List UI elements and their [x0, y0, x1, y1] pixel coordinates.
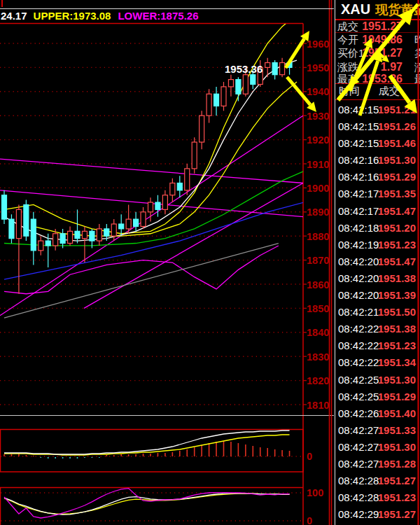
- trade-time: 08:42:28: [338, 489, 379, 506]
- trade-price: 1951.20: [378, 220, 416, 237]
- candle-body: [177, 183, 182, 190]
- axis-label: 1810: [307, 400, 329, 411]
- candle-body: [24, 204, 29, 236]
- quote-label: 今开: [337, 34, 358, 46]
- candle-body: [243, 75, 248, 94]
- trade-price: 1951.27: [378, 472, 416, 489]
- trade-price: 1951.38: [378, 270, 416, 287]
- candle-body: [46, 241, 50, 246]
- axis-label: 1930: [307, 111, 329, 122]
- trade-time: 08:42:16: [338, 169, 379, 186]
- kdj-k-line: [4, 489, 290, 518]
- trade-time: 08:42:18: [338, 220, 379, 237]
- boll-mid-value: 24.17: [1, 10, 27, 22]
- trade-price: 1951.35: [378, 186, 416, 202]
- trade-price: 1951.30: [378, 439, 416, 456]
- candle-body: [119, 224, 124, 229]
- clipped-label: 卖: [414, 47, 420, 59]
- boll-indicator-readout: 24.17UPPER:1973.08LOWER:1875.26: [1, 10, 199, 22]
- trade-time: 08:42:15: [338, 102, 379, 118]
- chart-canvas[interactable]: 1960195019401930192019101900189018801870…: [0, 0, 335, 525]
- axis-label: 1870: [307, 255, 329, 266]
- candle-body: [280, 63, 285, 75]
- trade-time: 08:42:25: [338, 372, 379, 388]
- trade-row: 08:42:221951.23: [335, 337, 420, 354]
- trade-row: 08:42:151951.21: [335, 102, 420, 118]
- trade-row: 08:42:291951.27: [335, 506, 420, 523]
- candle-body: [75, 231, 80, 238]
- kdj-j-line: [4, 493, 290, 514]
- trade-row: 08:42:271951.28: [335, 456, 420, 472]
- trade-time: 08:42:27: [338, 422, 379, 439]
- top-left-tick: [1, 0, 3, 7]
- quote-label: 成交: [337, 20, 358, 33]
- trades-list[interactable]: 08:42:151951.2108:42:151951.2608:42:1519…: [335, 102, 420, 523]
- quote-value: 1951.27: [362, 20, 402, 33]
- boll-lower-value: LOWER:1875.26: [118, 10, 198, 22]
- trade-price: 1951.47: [378, 253, 416, 270]
- trade-row: 08:42:271951.33: [335, 422, 420, 439]
- candle-body: [162, 195, 167, 210]
- trade-price: 1951.50: [378, 304, 416, 321]
- trade-row: 08:42:251951.30: [335, 372, 420, 388]
- quote-row-change: 涨跌 1.97 涨: [335, 61, 420, 74]
- candle-body: [185, 169, 190, 190]
- trade-price: 1951.40: [378, 405, 416, 422]
- axis-label: 1880: [307, 231, 329, 242]
- candle-body: [170, 183, 175, 195]
- boll-upper-value: UPPER:1973.08: [34, 10, 111, 22]
- trade-time: 08:42:20: [338, 270, 379, 287]
- trade-time: 08:42:29: [338, 506, 379, 523]
- instrument-title: XAU现货黄金: [335, 1, 420, 18]
- trade-price: 1951.38: [378, 321, 416, 337]
- candle-body: [155, 202, 160, 209]
- trade-row: 08:42:211951.50: [335, 304, 420, 321]
- candle-body: [97, 229, 102, 241]
- trade-row: 08:42:261951.40: [335, 405, 420, 422]
- trade-row: 08:42:221951.34: [335, 354, 420, 371]
- trade-time: 08:42:20: [338, 253, 379, 270]
- macd-pane-border: [1, 430, 304, 472]
- trendline[interactable]: [0, 159, 303, 183]
- candle-body: [82, 231, 87, 238]
- trade-row: 08:42:151951.46: [335, 135, 420, 152]
- candle-body: [200, 115, 204, 142]
- trade-row: 08:42:151951.26: [335, 118, 420, 135]
- trade-price: 1951.33: [378, 422, 416, 439]
- candle-body: [31, 219, 36, 251]
- quote-label: 买价1: [337, 47, 364, 59]
- main-pane-content: [0, 15, 304, 318]
- axis-label: 1890: [307, 206, 329, 218]
- symbol-name: 现货黄金: [375, 3, 420, 17]
- quote-row-open: 今开 1949.86 昨: [335, 34, 420, 46]
- boll-lower-line: [4, 246, 279, 294]
- trade-time: 08:42:28: [338, 472, 379, 489]
- candle-body: [192, 142, 197, 169]
- trade-time: 08:42:17: [338, 186, 379, 202]
- trade-price: 1951.29: [378, 388, 416, 405]
- candle-body: [111, 224, 116, 236]
- trade-time: 08:42:27: [338, 456, 379, 472]
- candle-body: [236, 80, 241, 94]
- trade-price: 1951.34: [378, 354, 416, 371]
- trade-row: 08:42:201951.38: [335, 270, 420, 287]
- macd-axis-label: 0: [307, 451, 312, 462]
- trade-row: 08:42:251951.29: [335, 388, 420, 405]
- trade-price: 1951.29: [378, 169, 416, 186]
- candle-body: [228, 80, 233, 87]
- clipped-label: 昨: [414, 34, 420, 46]
- axis-label: 1850: [307, 303, 329, 314]
- candle-body: [214, 94, 219, 106]
- trade-price: 1951.28: [378, 456, 416, 472]
- trade-time: 08:42:26: [338, 405, 379, 422]
- trade-row: 08:42:221951.38: [335, 321, 420, 337]
- trade-time: 08:42:21: [338, 304, 379, 321]
- candle-body: [134, 219, 139, 226]
- candle-body: [206, 94, 211, 115]
- col-price: 成交: [379, 85, 400, 97]
- trade-price: 1951.26: [378, 118, 416, 135]
- candle-body: [148, 202, 153, 212]
- trade-time: 08:42:25: [338, 388, 379, 405]
- axis-label: 1900: [307, 183, 329, 194]
- kdj-d-line: [4, 493, 290, 514]
